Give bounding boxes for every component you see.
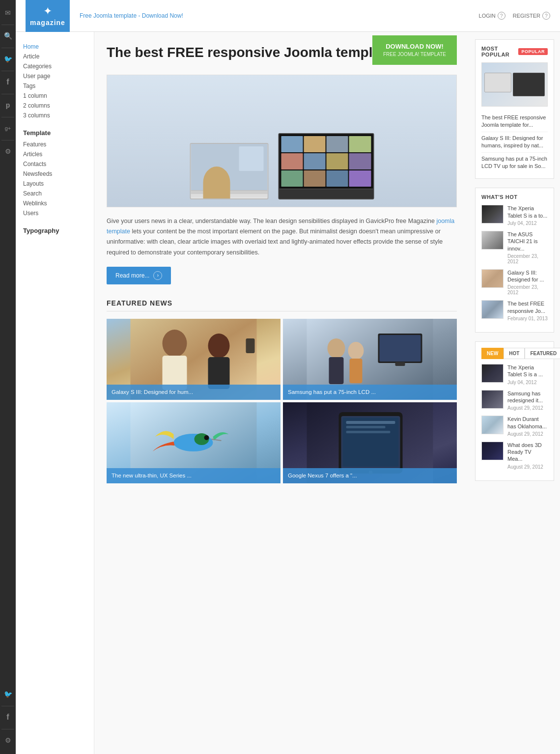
- nav-typography-section: Typography: [23, 227, 86, 234]
- popular-item-2[interactable]: Galaxy S III: Designed for humans, inspi…: [481, 132, 548, 153]
- logo-icon: ✦: [43, 5, 52, 18]
- featured-item-4[interactable]: Google Nexus 7 offers a "...: [283, 402, 457, 483]
- read-more-label: Read more...: [115, 272, 149, 279]
- hot-item-text-1: The Xperia Tablet S is a to... July 04, …: [507, 205, 548, 226]
- left-icon-bar: ✉ 🔍 🐦 f p g+ ⚙ 🐦 f ⚙: [0, 0, 16, 754]
- twitter-icon[interactable]: 🐦: [0, 51, 16, 67]
- featured-item-3[interactable]: The new ultra-thin, UX Series ...: [107, 402, 280, 483]
- hot-item-2[interactable]: The ASUS TAICHI 21 is innov... December …: [481, 231, 548, 264]
- featured-item-1[interactable]: Galaxy S III: Designed for hum...: [107, 319, 280, 400]
- sidebar-item-articles[interactable]: Articles: [23, 149, 86, 159]
- tab-item-3[interactable]: Kevin Durant has Oklahoma... August 29, …: [481, 416, 548, 437]
- main-wrapper: Home Article Categories User page Tags 1…: [16, 32, 560, 754]
- hot-item-img-4: [481, 300, 504, 319]
- sidebar-item-contacts[interactable]: Contacts: [23, 159, 86, 169]
- sidebar-item-weblinks[interactable]: Weblinks: [23, 198, 86, 208]
- download-button[interactable]: DOWNLOAD NOW! FREE JOOMLA! TEMPLATE: [372, 35, 457, 65]
- sidebar-item-1col[interactable]: 1 column: [23, 91, 86, 101]
- svg-point-17: [204, 435, 209, 440]
- logo[interactable]: ✦ magazine: [26, 0, 70, 32]
- hot-item-text-2: The ASUS TAICHI 21 is innov... December …: [507, 231, 548, 264]
- article-hero-image: [107, 75, 457, 207]
- register-help-icon: ?: [542, 12, 550, 20]
- nav-template-heading: Template: [23, 129, 86, 137]
- nav-template-section: Template Features Articles Contacts News…: [23, 129, 86, 218]
- svg-rect-8: [329, 357, 344, 384]
- featured-caption-2: Samsung has put a 75-inch LCD ...: [283, 385, 457, 400]
- hot-item-img-2: [481, 231, 504, 250]
- svg-rect-12: [380, 335, 421, 362]
- google-plus-icon[interactable]: g+: [0, 120, 16, 136]
- popular-item-3[interactable]: Samsung has put a 75-inch LCD TV up for …: [481, 153, 548, 173]
- sidebar-item-3col[interactable]: 3 columns: [23, 111, 86, 120]
- featured-item-2[interactable]: Samsung has put a 75-inch LCD ...: [283, 319, 457, 400]
- login-button[interactable]: LOGIN ?: [479, 12, 505, 20]
- main-content: The best FREE responsive Joomla template…: [94, 32, 469, 754]
- sidebar-item-features[interactable]: Features: [23, 140, 86, 149]
- read-more-arrow-icon: ›: [153, 271, 162, 280]
- tagline-link[interactable]: Download Now!: [142, 12, 183, 19]
- download-sub-label: FREE JOOMLA! TEMPLATE: [383, 51, 446, 58]
- featured-caption-3: The new ultra-thin, UX Series ...: [107, 468, 280, 483]
- email-icon[interactable]: ✉: [0, 5, 16, 21]
- tab-item-4[interactable]: What does 3D Ready TV Mea... August 29, …: [481, 442, 548, 470]
- mp-laptop-left: [484, 73, 511, 92]
- settings-icon[interactable]: ⚙: [0, 143, 16, 159]
- sidebar-item-tags[interactable]: Tags: [23, 81, 86, 91]
- register-button[interactable]: REGISTER ?: [513, 12, 550, 20]
- svg-point-9: [348, 342, 364, 360]
- tab-item-text-1: The Xperia Tablet S is a ... July 04, 20…: [507, 364, 548, 385]
- featured-caption-1: Galaxy S III: Designed for hum...: [107, 385, 280, 400]
- most-popular-title: MOST POPULAR POPULAR: [481, 46, 548, 57]
- hot-item-text-3: Galaxy S III: Designed for ... December …: [507, 269, 548, 296]
- hot-item-1[interactable]: The Xperia Tablet S is a to... July 04, …: [481, 205, 548, 226]
- tab-item-text-2: Samsung has redesigned it... August 29, …: [507, 390, 548, 411]
- featured-news-heading: FEATURED NEWS: [107, 299, 457, 311]
- sidebar-item-article[interactable]: Article: [23, 52, 86, 61]
- tab-bar: NEW HOT FEATURED: [481, 348, 548, 359]
- download-btn-label: DOWNLOAD NOW!: [383, 42, 446, 51]
- svg-point-1: [163, 330, 187, 357]
- tab-item-1[interactable]: The Xperia Tablet S is a ... July 04, 20…: [481, 364, 548, 385]
- svg-rect-10: [350, 359, 363, 383]
- hot-item-4[interactable]: The best FREE responsive Jo... February …: [481, 300, 548, 321]
- search-icon[interactable]: 🔍: [0, 28, 16, 44]
- sidebar-item-home[interactable]: Home: [23, 42, 86, 52]
- read-more-button[interactable]: Read more... ›: [107, 267, 171, 284]
- pinterest-icon[interactable]: p: [0, 97, 16, 113]
- popular-badge: POPULAR: [518, 48, 548, 55]
- sidebar-item-search[interactable]: Search: [23, 189, 86, 198]
- sidebar-item-categories[interactable]: Categories: [23, 61, 86, 71]
- sidebar-item-users[interactable]: Users: [23, 208, 86, 218]
- hot-item-img-3: [481, 269, 504, 288]
- mp-laptop-right: [513, 73, 545, 96]
- popular-item-1[interactable]: The best FREE responsive Joomla template…: [481, 112, 548, 132]
- sidebar-item-newsfeeds[interactable]: Newsfeeds: [23, 169, 86, 179]
- sidebar-item-userpage[interactable]: User page: [23, 71, 86, 81]
- tagline-text: Free Joomla template -: [80, 12, 142, 19]
- tab-item-2[interactable]: Samsung has redesigned it... August 29, …: [481, 390, 548, 411]
- facebook-icon[interactable]: f: [0, 74, 16, 90]
- tab-hot-button[interactable]: HOT: [504, 348, 525, 359]
- header: ✦ magazine Free Joomla template - Downlo…: [16, 0, 560, 32]
- article-body: Give your users news in a clear, underst…: [107, 216, 457, 258]
- settings-bottom-icon[interactable]: ⚙: [0, 732, 16, 748]
- featured-grid: Galaxy S III: Designed for hum...: [107, 319, 457, 483]
- most-popular-image: [481, 62, 548, 107]
- twitter-bottom-icon[interactable]: 🐦: [0, 686, 16, 702]
- sidebar: Home Article Categories User page Tags 1…: [16, 32, 94, 754]
- whats-hot-title: WHAT'S HOT: [481, 194, 548, 200]
- tab-new-button[interactable]: NEW: [481, 348, 504, 359]
- facebook-bottom-icon[interactable]: f: [0, 709, 16, 725]
- hot-item-3[interactable]: Galaxy S III: Designed for ... December …: [481, 269, 548, 296]
- tab-item-text-4: What does 3D Ready TV Mea... August 29, …: [507, 442, 548, 470]
- tab-featured-button[interactable]: FEATURED: [525, 348, 560, 359]
- nav-top-section: Home Article Categories User page Tags 1…: [23, 42, 86, 120]
- sidebar-item-typography[interactable]: Typography: [23, 227, 86, 234]
- logo-text: magazine: [30, 19, 65, 27]
- tabs-widget: NEW HOT FEATURED The Xperia Tablet S is …: [475, 341, 554, 481]
- tab-item-text-3: Kevin Durant has Oklahoma... August 29, …: [507, 416, 548, 437]
- sidebar-item-2col[interactable]: 2 columns: [23, 101, 86, 111]
- whats-hot-widget: WHAT'S HOT The Xperia Tablet S is a to..…: [475, 188, 554, 333]
- sidebar-item-layouts[interactable]: Layouts: [23, 179, 86, 189]
